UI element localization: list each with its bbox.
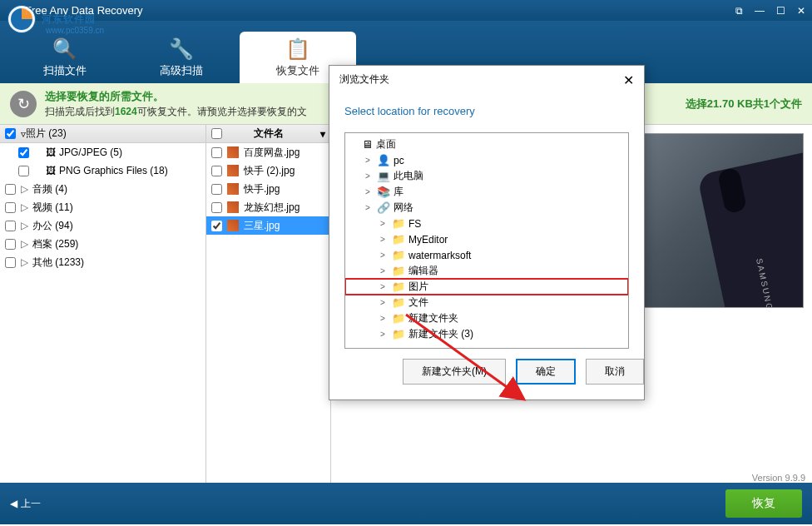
file-checkbox[interactable]: [211, 166, 222, 176]
folder-item[interactable]: > 🔗 网络: [345, 200, 628, 216]
browse-folder-dialog: 浏览文件夹 ✕ Select location for recovery 🖥 桌…: [329, 65, 645, 400]
file-name: 三星.jpg: [244, 219, 280, 233]
folder-item[interactable]: > 📁 文件: [345, 295, 628, 310]
file-item[interactable]: 三星.jpg: [206, 216, 330, 235]
file-thumb-icon: [227, 183, 239, 195]
arrow-left-icon: ◀: [10, 498, 17, 509]
ok-button[interactable]: 确定: [516, 359, 576, 385]
dialog-title-bar: 浏览文件夹 ✕: [329, 66, 644, 95]
file-checkbox[interactable]: [211, 184, 222, 195]
tree-item[interactable]: ▷ 办公 (94): [0, 216, 205, 235]
tree-label: JPG/JPEG (5): [59, 146, 122, 158]
folder-expand-icon[interactable]: >: [380, 235, 389, 244]
file-header-checkbox[interactable]: [211, 128, 222, 139]
file-item[interactable]: 快手 (2).jpg: [206, 161, 330, 180]
file-name: 快手.jpg: [244, 182, 280, 196]
dialog-close-icon[interactable]: ✕: [623, 72, 634, 88]
maximize-icon[interactable]: ☐: [776, 5, 785, 17]
folder-item[interactable]: > 📁 MyEditor: [345, 231, 628, 247]
folder-label: 库: [394, 185, 404, 199]
folder-item[interactable]: > 💻 此电脑: [345, 168, 628, 184]
folder-expand-icon[interactable]: >: [380, 219, 389, 228]
app-title: Free Any Data Recovery: [7, 4, 735, 17]
file-checkbox[interactable]: [211, 147, 222, 158]
expand-icon[interactable]: ▷: [21, 220, 29, 231]
file-item[interactable]: 龙族幻想.jpg: [206, 198, 330, 216]
minimize-icon[interactable]: —: [755, 5, 765, 17]
file-checkbox[interactable]: [211, 202, 222, 213]
tree-header[interactable]: ▿ 照片 (23): [0, 125, 205, 143]
folder-tree[interactable]: 🖥 桌面> 👤 pc> 💻 此电脑> 📚 库> 🔗 网络> 📁 FS> 📁 My…: [344, 132, 629, 349]
expand-icon[interactable]: ▷: [21, 201, 29, 213]
tree-item[interactable]: ▷ 音频 (4): [0, 180, 205, 198]
tree-checkbox[interactable]: [5, 202, 16, 213]
folder-expand-icon[interactable]: >: [380, 266, 389, 275]
tree-item[interactable]: ▷ 视频 (11): [0, 198, 205, 216]
folder-label: 新建文件夹 (3): [408, 327, 473, 341]
tree-item[interactable]: 🖼 PNG Graphics Files (18): [0, 161, 205, 180]
folder-item[interactable]: > 📁 新建文件夹: [345, 310, 628, 326]
folder-expand-icon[interactable]: >: [365, 203, 374, 212]
folder-expand-icon[interactable]: >: [380, 282, 389, 291]
folder-expand-icon[interactable]: >: [380, 330, 389, 339]
folder-item[interactable]: > 📁 编辑器: [345, 263, 628, 279]
folder-expand-icon[interactable]: >: [365, 156, 374, 165]
folder-icon: 📁: [392, 249, 405, 261]
folder-item[interactable]: > 📚 库: [345, 184, 628, 200]
dialog-instruction: Select location for recovery: [344, 105, 629, 117]
tree-checkbox[interactable]: [18, 147, 29, 158]
folder-item[interactable]: > 📁 FS: [345, 216, 628, 231]
folder-item[interactable]: > 👤 pc: [345, 152, 628, 168]
expand-icon[interactable]: ▷: [21, 238, 29, 250]
category-icon: 🖼: [46, 165, 56, 176]
close-icon[interactable]: ✕: [797, 5, 805, 17]
tree-checkbox[interactable]: [5, 221, 16, 231]
advanced-icon: 🔧: [169, 37, 194, 61]
file-header[interactable]: 文件名 ▾: [206, 125, 330, 143]
tree-checkbox[interactable]: [18, 166, 29, 176]
tree-checkbox[interactable]: [5, 257, 16, 268]
folder-item[interactable]: > 📁 新建文件夹 (3): [345, 326, 628, 342]
tab-scan[interactable]: 🔍 扫描文件: [7, 32, 123, 83]
new-folder-button[interactable]: 新建文件夹(M): [403, 359, 506, 385]
prev-button[interactable]: ◀ 上一: [10, 497, 41, 511]
tree-item[interactable]: ▷ 档案 (259): [0, 235, 205, 253]
sort-icon[interactable]: ▾: [320, 128, 325, 140]
folder-item[interactable]: 🖥 桌面: [345, 136, 628, 152]
tree-header-checkbox[interactable]: [5, 128, 16, 139]
scan-icon: 🔍: [52, 37, 77, 61]
folder-label: 桌面: [376, 137, 396, 151]
tree-checkbox[interactable]: [5, 184, 16, 195]
folder-item[interactable]: > 📁 图片: [345, 279, 628, 295]
tree-label: 视频 (11): [32, 201, 73, 215]
recover-button[interactable]: 恢复: [725, 489, 802, 518]
folder-icon: 🔗: [377, 201, 390, 214]
tab-advanced[interactable]: 🔧 高级扫描: [123, 32, 240, 83]
tree-checkbox[interactable]: [5, 239, 16, 250]
file-item[interactable]: 快手.jpg: [206, 180, 330, 198]
file-thumb-icon: [227, 201, 239, 213]
tree-item[interactable]: 🖼 JPG/JPEG (5): [0, 143, 205, 161]
file-item[interactable]: 百度网盘.jpg: [206, 143, 330, 161]
folder-expand-icon[interactable]: >: [365, 171, 374, 181]
folder-label: 此电脑: [394, 169, 423, 183]
folder-icon: 📁: [392, 312, 405, 325]
folder-expand-icon[interactable]: >: [380, 298, 389, 307]
cancel-button[interactable]: 取消: [586, 359, 644, 385]
download-icon[interactable]: ⧉: [735, 5, 743, 17]
expand-icon[interactable]: ▷: [21, 256, 29, 268]
selection-summary: 选择21.70 KB共1个文件: [686, 97, 802, 112]
folder-expand-icon[interactable]: >: [380, 251, 389, 260]
folder-expand-icon[interactable]: >: [365, 187, 374, 196]
folder-label: 文件: [408, 295, 428, 310]
file-checkbox[interactable]: [211, 221, 222, 231]
folder-icon: 📁: [392, 265, 405, 277]
expand-icon[interactable]: ▷: [21, 183, 29, 195]
folder-expand-icon[interactable]: >: [380, 314, 389, 323]
folder-icon: 📚: [377, 186, 390, 198]
folder-item[interactable]: > 📁 watermarksoft: [345, 247, 628, 263]
folder-icon: 📁: [392, 280, 405, 293]
tree-item[interactable]: ▷ 其他 (1233): [0, 253, 205, 271]
tree-label: PNG Graphics Files (18): [59, 165, 168, 176]
dialog-title: 浏览文件夹: [339, 72, 389, 88]
